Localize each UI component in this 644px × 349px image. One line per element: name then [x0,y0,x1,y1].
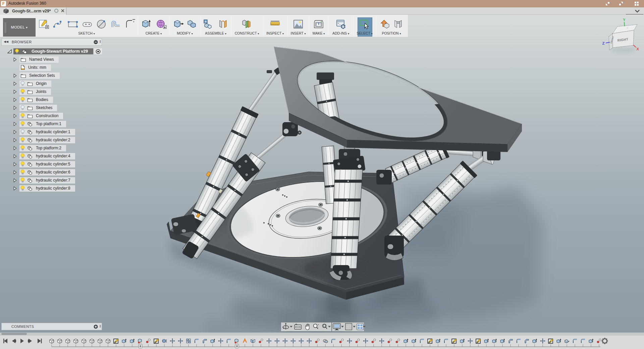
svg-text:>_: >_ [337,22,341,25]
svg-text:Z: Z [602,41,604,45]
svg-text:X: X [636,47,639,51]
svg-text:Y: Y [623,18,626,22]
svg-text:-: - [318,326,319,329]
svg-text:+: + [205,19,207,23]
